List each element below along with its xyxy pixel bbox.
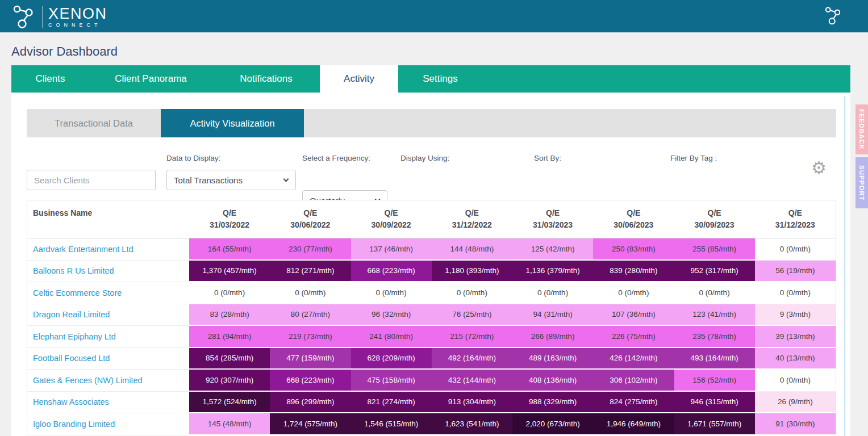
filter-label-select-a-frequency: Select a Frequency:: [302, 154, 370, 162]
business-link-dragon-reail-limited[interactable]: Dragon Reail Limited: [33, 310, 110, 319]
heatmap-cell: 1,180 (393/mth): [432, 261, 512, 283]
table-row: Dragon Reail Limited83 (28/mth)80 (27/mt…: [27, 304, 836, 326]
column-header-qe-30-06-2022: Q/E30/06/2022: [270, 200, 350, 238]
heatmap-cell: 83 (28/mth): [189, 304, 270, 326]
heatmap-cell: 1,546 (515/mth): [351, 413, 432, 435]
activity-heatmap-table: Business NameQ/E31/03/2022Q/E30/06/2022Q…: [27, 200, 836, 435]
sub-tab-bar: Transactional DataActivity Visualization: [27, 109, 836, 137]
filter-label-display-using: Display Using:: [400, 154, 449, 162]
filter-label-filter-by-tag: Filter By Tag :: [670, 154, 717, 162]
subtab-transactional-data[interactable]: Transactional Data: [27, 109, 161, 137]
heatmap-cell: 0 (0/mth): [755, 370, 836, 392]
search-input[interactable]: [27, 170, 156, 190]
table-header-row: Business NameQ/E31/03/2022Q/E30/06/2022Q…: [27, 200, 836, 238]
heatmap-cell: 0 (0/mth): [270, 282, 350, 304]
heatmap-cell: 96 (32/mth): [351, 304, 432, 326]
heatmap-cell: 493 (164/mth): [674, 348, 755, 370]
brand-name: XENON: [48, 6, 107, 21]
filter-label-sort-by: Sort By:: [534, 154, 561, 162]
heatmap-cell: 1,623 (541/mth): [432, 413, 512, 435]
heatmap-cell: 80 (27/mth): [270, 304, 350, 326]
network-molecule-icon[interactable]: [824, 6, 843, 26]
heatmap-cell: 1,671 (557/mth): [674, 413, 755, 435]
heatmap-cell: 812 (271/mth): [270, 261, 350, 283]
heatmap-cell: 164 (55/mth): [189, 238, 270, 261]
heatmap-cell: 219 (73/mth): [270, 326, 350, 348]
filter-label-data-to-display: Data to Display:: [166, 154, 220, 162]
table-row: Henshaw Associates1,572 (524/mth)896 (29…: [27, 392, 836, 414]
column-header-qe-31-03-2023: Q/E31/03/2023: [512, 200, 593, 238]
heatmap-cell: 489 (163/mth): [512, 348, 593, 370]
heatmap-cell: 2,020 (673/mth): [512, 413, 593, 435]
heatmap-cell: 824 (275/mth): [593, 392, 674, 414]
column-header-qe-30-09-2022: Q/E30/09/2022: [351, 200, 432, 238]
tab-clients[interactable]: Clients: [11, 65, 89, 93]
heatmap-cell: 0 (0/mth): [351, 282, 432, 304]
column-header-qe-30-09-2023: Q/E30/09/2023: [674, 200, 755, 238]
heatmap-cell: 125 (42/mth): [512, 238, 593, 261]
table-row: Elephant Epiphany Ltd281 (94/mth)219 (73…: [27, 326, 836, 348]
heatmap-cell: 0 (0/mth): [755, 238, 836, 261]
heatmap-cell: 144 (48/mth): [432, 238, 512, 261]
heatmap-cell: 628 (209/mth): [351, 348, 432, 370]
column-header-business-name: Business Name: [27, 200, 189, 238]
tab-client-panorama[interactable]: Client Panorama: [89, 65, 212, 93]
business-link-balloons-r-us-limited[interactable]: Balloons R Us Limited: [33, 266, 114, 275]
heatmap-cell: 946 (315/mth): [674, 392, 755, 414]
heatmap-cell: 432 (144/mth): [432, 370, 512, 392]
business-name-cell: Elephant Epiphany Ltd: [27, 326, 189, 348]
heatmap-cell: 952 (317/mth): [674, 261, 755, 283]
tab-activity[interactable]: Activity: [320, 65, 398, 93]
heatmap-cell: 1,946 (649/mth): [593, 413, 674, 435]
heatmap-cell: 123 (41/mth): [674, 304, 755, 326]
gear-icon[interactable]: ⚙: [811, 160, 827, 177]
heatmap-cell: 913 (304/mth): [432, 392, 512, 414]
heatmap-cell: 306 (102/mth): [593, 370, 674, 392]
table-row: Gates & Fences (NW) Limited920 (307/mth)…: [27, 370, 836, 392]
heatmap-cell: 0 (0/mth): [189, 282, 270, 304]
business-name-cell: Gates & Fences (NW) Limited: [27, 370, 189, 392]
heatmap-cell: 0 (0/mth): [593, 282, 674, 304]
heatmap-cell: 408 (136/mth): [512, 370, 593, 392]
business-link-football-focused-ltd[interactable]: Football Focused Ltd: [33, 354, 110, 363]
table-row: Celtic Ecommerce Store0 (0/mth)0 (0/mth)…: [27, 282, 836, 304]
heatmap-cell: 839 (280/mth): [593, 261, 674, 283]
heatmap-cell: 0 (0/mth): [512, 282, 593, 304]
brand-logo[interactable]: XENON CONNECT: [11, 5, 107, 30]
business-name-cell: Football Focused Ltd: [27, 348, 189, 370]
tab-settings[interactable]: Settings: [398, 65, 482, 93]
feedback-tab[interactable]: FEEDBACK: [856, 104, 868, 154]
business-link-celtic-ecommerce-store[interactable]: Celtic Ecommerce Store: [33, 288, 122, 297]
heatmap-cell: 668 (223/mth): [351, 261, 432, 283]
table-body: Aardvark Entertainment Ltd164 (55/mth)23…: [27, 238, 836, 435]
heatmap-cell: 1,370 (457/mth): [189, 261, 270, 283]
heatmap-cell: 9 (3/mth): [755, 304, 836, 326]
business-link-gates-fences-nw-limited[interactable]: Gates & Fences (NW) Limited: [33, 376, 143, 385]
business-link-igloo-branding-limited[interactable]: Igloo Branding Limited: [33, 420, 115, 429]
business-link-henshaw-associates[interactable]: Henshaw Associates: [33, 397, 109, 406]
filter-select-data-to-display[interactable]: Total Transactions: [167, 170, 295, 190]
heatmap-cell: 156 (52/mth): [674, 370, 755, 392]
heatmap-cell: 107 (36/mth): [593, 304, 674, 326]
table-row: Aardvark Entertainment Ltd164 (55/mth)23…: [27, 238, 836, 261]
heatmap-cell: 76 (25/mth): [432, 304, 512, 326]
subtab-activity-visualization[interactable]: Activity Visualization: [161, 109, 304, 137]
heatmap-cell: 1,572 (524/mth): [189, 392, 270, 414]
main-tab-bar: ClientsClient PanoramaNotificationsActiv…: [11, 65, 850, 93]
heatmap-cell: 226 (75/mth): [593, 326, 674, 348]
business-link-aardvark-entertainment-ltd[interactable]: Aardvark Entertainment Ltd: [33, 245, 133, 254]
main-content: Transactional DataActivity Visualization…: [11, 93, 850, 436]
heatmap-cell: 920 (307/mth): [189, 370, 270, 392]
business-link-elephant-epiphany-ltd[interactable]: Elephant Epiphany Ltd: [33, 332, 116, 341]
heatmap-cell: 94 (31/mth): [512, 304, 593, 326]
tab-notifications[interactable]: Notifications: [212, 65, 320, 93]
heatmap-cell: 477 (159/mth): [270, 348, 350, 370]
page-title: Advisor Dashboard: [11, 44, 118, 59]
support-tab[interactable]: SUPPORT: [856, 157, 868, 208]
heatmap-cell: 56 (19/mth): [755, 261, 836, 283]
business-name-cell: Igloo Branding Limited: [27, 413, 189, 435]
logo-divider: [42, 6, 43, 28]
heatmap-cell: 145 (48/mth): [189, 413, 270, 435]
heatmap-cell: 266 (89/mth): [512, 326, 593, 348]
heatmap-cell: 91 (30/mth): [755, 413, 836, 435]
